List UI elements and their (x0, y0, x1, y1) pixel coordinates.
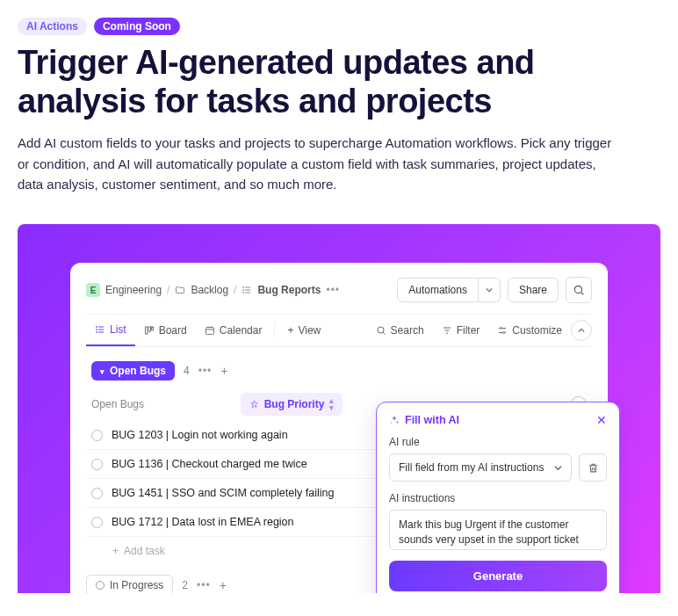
filter-tool[interactable]: Filter (433, 315, 489, 345)
breadcrumb-folder[interactable]: Backlog (191, 284, 228, 296)
chevron-down-icon (554, 464, 562, 472)
view-board-tab[interactable]: Board (135, 315, 196, 345)
svg-point-3 (243, 287, 244, 288)
automations-caret[interactable] (479, 278, 501, 302)
page-headline: Trigger AI-generated updates and analysi… (18, 44, 660, 120)
status-chip-open-bugs[interactable]: Open Bugs (91, 361, 175, 380)
svg-rect-14 (145, 327, 148, 334)
tag-ai-actions: AI Actions (18, 18, 87, 35)
group-count: 4 (184, 365, 190, 377)
svg-rect-15 (148, 327, 151, 331)
breadcrumb-more-icon[interactable]: ••• (326, 284, 340, 296)
view-calendar-label: Calendar (220, 324, 263, 337)
customize-tool[interactable]: Customize (488, 315, 571, 345)
column-bug-priority[interactable]: Bug Priority ▴▾ (241, 393, 343, 416)
ai-rule-label: AI rule (389, 436, 607, 448)
ai-rule-select[interactable]: Fill field from my AI instructions (389, 453, 572, 482)
ai-rule-row: Fill field from my AI instructions (389, 453, 607, 482)
search-tool[interactable]: Search (367, 315, 433, 345)
tag-coming-soon: Coming Soon (94, 18, 180, 35)
chevron-down-icon (100, 365, 105, 377)
ai-instructions-input[interactable]: Mark this bug Urgent if the customer sou… (389, 510, 607, 550)
breadcrumb-space[interactable]: Engineering (105, 284, 162, 296)
svg-point-13 (97, 332, 97, 333)
svg-point-5 (243, 293, 244, 294)
svg-line-7 (581, 293, 584, 295)
add-view-button[interactable]: + View (278, 315, 329, 345)
group-open-bugs-header: Open Bugs 4 ••• + (86, 361, 592, 380)
customize-label: Customize (512, 324, 562, 337)
view-board-label: Board (159, 324, 187, 337)
hero-frame: E Engineering / Backlog / Bug Reports ••… (18, 224, 660, 593)
view-list-tab[interactable]: List (86, 315, 135, 346)
status-chip-in-progress[interactable]: In Progress (86, 575, 173, 593)
svg-point-6 (574, 286, 581, 293)
automations-button-group: Automations (397, 278, 501, 302)
viewbar: List Board Calendar + View (86, 314, 592, 347)
breadcrumb: E Engineering / Backlog / Bug Reports ••… (86, 283, 340, 297)
svg-point-4 (243, 290, 244, 291)
sort-icon: ▴▾ (329, 397, 334, 411)
status-chip-label: In Progress (110, 579, 163, 591)
collapse-icon[interactable] (571, 320, 592, 341)
ai-instructions-label: AI instructions (389, 492, 607, 504)
popup-title-text: Fill with AI (405, 414, 459, 426)
close-icon[interactable]: ✕ (596, 413, 607, 427)
topbar: E Engineering / Backlog / Bug Reports ••… (86, 277, 592, 303)
plus-icon: + (287, 324, 293, 337)
delete-rule-button[interactable] (579, 453, 607, 482)
svg-rect-17 (206, 328, 213, 335)
group-add-icon[interactable]: + (220, 578, 227, 592)
popup-title: Fill with AI (389, 414, 459, 426)
task-title: BUG 1451 | SSO and SCIM completely faili… (112, 487, 334, 499)
column-priority-label: Bug Priority (264, 398, 325, 410)
breadcrumb-sep: / (234, 284, 236, 296)
svg-line-22 (383, 332, 385, 334)
status-circle-icon[interactable] (91, 430, 103, 441)
app-window: E Engineering / Backlog / Bug Reports ••… (70, 263, 608, 593)
status-circle-icon[interactable] (91, 459, 103, 470)
view-tools: Search Filter Customize (367, 315, 592, 345)
page-subheadline: Add AI custom fields to your tasks and p… (18, 133, 615, 194)
status-circle-icon[interactable] (91, 488, 103, 499)
breadcrumb-sep: / (167, 284, 170, 296)
task-title: BUG 1712 | Data lost in EMEA region (112, 516, 294, 528)
sparkle-icon (389, 415, 400, 425)
status-circle-icon[interactable] (91, 517, 103, 528)
group-more-icon[interactable]: ••• (198, 365, 213, 377)
group-add-icon[interactable]: + (220, 364, 227, 378)
status-circle-icon (96, 581, 105, 590)
trash-icon (588, 462, 599, 474)
task-title: BUG 1203 | Login not working again (112, 429, 288, 441)
generate-button[interactable]: Generate (389, 561, 607, 591)
view-sep (274, 322, 275, 338)
svg-point-29 (503, 332, 505, 334)
svg-rect-16 (151, 327, 153, 330)
add-view-label: View (298, 324, 321, 337)
svg-point-27 (501, 328, 502, 330)
view-list-label: List (110, 323, 126, 336)
popup-header: Fill with AI ✕ (389, 413, 607, 427)
svg-point-21 (378, 327, 384, 333)
group-more-icon[interactable]: ••• (197, 579, 211, 591)
tag-row: AI Actions Coming Soon (18, 18, 660, 35)
svg-point-12 (97, 330, 97, 330)
search-label: Search (391, 324, 424, 337)
fill-with-ai-popup: Fill with AI ✕ AI rule Fill field from m… (376, 402, 620, 593)
filter-label: Filter (457, 324, 480, 337)
share-button[interactable]: Share (508, 278, 559, 302)
space-icon[interactable]: E (86, 283, 100, 297)
view-tabs: List Board Calendar + View (86, 315, 329, 346)
column-name-label: Open Bugs (91, 398, 144, 410)
ai-rule-value: Fill field from my AI instructions (399, 461, 544, 474)
svg-point-11 (97, 327, 97, 328)
group-count: 2 (182, 579, 188, 591)
search-top-icon[interactable] (566, 277, 592, 303)
top-actions: Automations Share (397, 277, 592, 303)
folder-icon (175, 285, 185, 295)
view-calendar-tab[interactable]: Calendar (196, 315, 271, 345)
task-title: BUG 1136 | Checkout charged me twice (112, 458, 307, 470)
automations-button[interactable]: Automations (397, 278, 479, 302)
status-chip-label: Open Bugs (110, 365, 166, 377)
breadcrumb-list[interactable]: Bug Reports (257, 284, 321, 296)
